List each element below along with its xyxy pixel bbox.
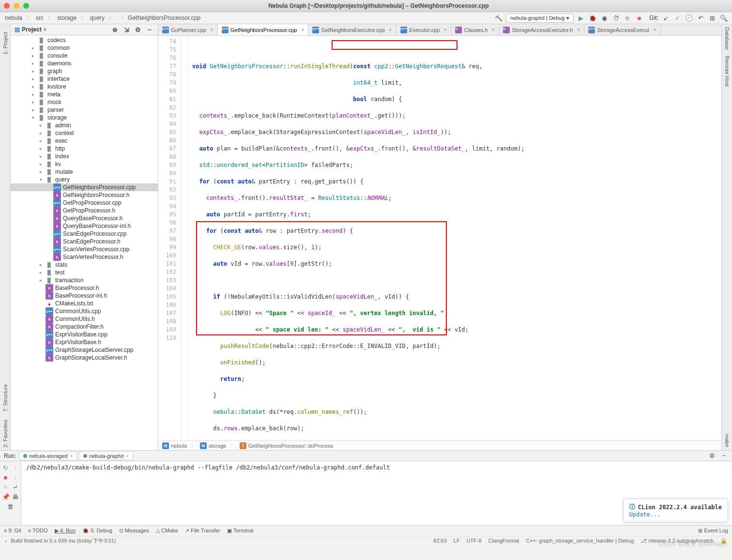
bottom-tab[interactable]: ▣ Terminal (227, 528, 253, 534)
tree-item[interactable]: ▸▉mock (11, 98, 158, 106)
code-breadcrumb[interactable]: Nnebula〉Nstorage〉fGetNeighborsProcessor:… (158, 440, 721, 450)
project-tree[interactable]: ▉codecs▸▉common▸▉console▸▉daemons▸▉graph… (11, 35, 158, 450)
tree-item[interactable]: ▸▉mutate (11, 168, 158, 176)
tree-item[interactable]: c++CommonUtils.cpp (11, 307, 158, 315)
coverage-icon[interactable]: ◉ (600, 14, 609, 22)
tree-item[interactable]: hGetNeighborsProcessor.h (11, 191, 158, 199)
close-tab-icon[interactable]: × (491, 27, 495, 33)
close-tab-icon[interactable]: × (301, 27, 304, 33)
tree-item[interactable]: ▸▉context (11, 129, 158, 137)
print-icon[interactable]: 🖶 (11, 492, 20, 501)
tree-item[interactable]: ▸▉parser (11, 106, 158, 114)
tree-item[interactable]: ▲CMakeLists.txt (11, 300, 158, 307)
rerun-icon[interactable]: ↻ (1, 463, 10, 472)
tree-item[interactable]: hGraphStorageLocalServer.h (11, 354, 158, 362)
tree-item[interactable]: c++GetPropProcessor.cpp (11, 199, 158, 207)
tree-item[interactable]: ▸▉console (11, 52, 158, 60)
tree-item[interactable]: ▸▉http (11, 145, 158, 152)
formatter[interactable]: ClangFormat (488, 538, 519, 544)
memory-indicator-icon[interactable]: 🔒 (720, 538, 727, 544)
close-tab-icon[interactable]: × (653, 27, 656, 33)
make-tool-tab[interactable]: make (723, 431, 731, 450)
close-tab-icon[interactable]: × (210, 27, 214, 33)
run-tab[interactable]: nebula-storaged × (19, 452, 77, 460)
up-icon[interactable]: ↑ (11, 463, 20, 472)
tree-item[interactable]: ▾▉query (11, 176, 158, 183)
hide-run-panel-icon[interactable]: − (719, 452, 728, 460)
tree-item[interactable]: hCommonUtils.h (11, 315, 158, 323)
tree-item[interactable]: c++GraphStorageLocalServer.cpp (11, 346, 158, 354)
tree-item[interactable]: c++ExprVisitorBase.cpp (11, 331, 158, 338)
gear-icon[interactable]: ⚙ (708, 452, 717, 460)
editor-tab[interactable]: c++GoPlanner.cpp× (158, 24, 218, 35)
trash-icon[interactable]: 🗑 (6, 502, 15, 511)
database-tool-tab[interactable]: Database (723, 24, 731, 53)
editor-tab[interactable]: c++GetNeighborsProcessor.cpp× (218, 24, 309, 35)
tree-item[interactable]: ▸▉kv (11, 160, 158, 168)
tree-item[interactable]: hBaseProcessor.h (11, 284, 158, 292)
tree-item[interactable]: ▉codecs (11, 36, 158, 44)
tree-item[interactable]: hScanEdgeProcessor.h (11, 238, 158, 245)
code-breadcrumb-item[interactable]: fGetNeighborsProcessor::doProcess (240, 442, 333, 449)
ide-settings-icon[interactable]: ⊞ (708, 14, 717, 22)
bottom-tab[interactable]: ↗ File Transfer (185, 528, 220, 534)
tree-item[interactable]: ▸▉common (11, 44, 158, 52)
debug-icon[interactable]: 🐞 (588, 14, 597, 22)
git-update-icon[interactable]: ↙ (661, 14, 670, 22)
run-icon[interactable]: ▶ (577, 14, 585, 22)
bottom-tab[interactable]: △ CMake (156, 528, 178, 534)
pause-icon[interactable]: ≡ (1, 483, 10, 491)
tree-item[interactable]: c++ScanEdgeProcessor.cpp (11, 230, 158, 238)
git-commit-icon[interactable]: ✓ (673, 14, 682, 22)
git-history-icon[interactable]: 🕘 (685, 14, 693, 22)
code-breadcrumb-item[interactable]: Nstorage (200, 442, 227, 449)
code-content[interactable]: void GetNeighborsProcessor::runInSingleT… (188, 36, 721, 440)
editor-tab[interactable]: c++Executor.cpp× (396, 24, 452, 35)
code-editor[interactable]: 7475767778798081828384858687888990919293… (158, 36, 721, 440)
tree-item[interactable]: ▸▉graph (11, 67, 158, 75)
tree-item[interactable]: hQueryBaseProcessor-inl.h (11, 222, 158, 230)
bottom-tab[interactable]: 🐞 5: Debug (82, 528, 112, 534)
maximize-window-icon[interactable] (23, 3, 29, 9)
breadcrumb-item[interactable]: nebula (4, 15, 23, 21)
pin-icon[interactable]: 📌 (1, 492, 10, 501)
editor-tab[interactable]: c++StorageAccessExecut× (584, 24, 661, 35)
breadcrumb-item[interactable]: src (35, 15, 45, 21)
tree-item[interactable]: ▸▉interface (11, 75, 158, 83)
run-output[interactable]: /db2/nebula3/cmake-build-debug/bin/nebul… (21, 461, 732, 525)
breadcrumb-item[interactable]: storage (56, 15, 77, 21)
fold-column[interactable] (182, 36, 188, 440)
tree-item[interactable]: ▸▉meta (11, 91, 158, 98)
close-tab-icon[interactable]: × (577, 27, 580, 33)
caret-position[interactable]: 62:63 (433, 538, 447, 544)
encoding[interactable]: UTF-8 (467, 538, 482, 544)
tree-item[interactable]: ▾▉storage (11, 114, 158, 121)
expand-all-icon[interactable]: ⇲ (122, 25, 131, 34)
stop-icon[interactable]: ■ (635, 14, 643, 22)
close-tab-icon[interactable]: × (389, 27, 392, 33)
run-tab[interactable]: nebula-graphd × (79, 452, 133, 460)
wrap-icon[interactable]: ⤶ (11, 483, 20, 491)
breadcrumb-item[interactable]: query (89, 15, 106, 21)
hide-panel-icon[interactable]: − (145, 25, 154, 34)
run-configuration-select[interactable]: nebula-graphd | Debug ▾ (506, 14, 574, 23)
error-stripe[interactable] (720, 36, 721, 440)
attach-icon[interactable]: ⎋ (623, 14, 632, 22)
tree-item[interactable]: ▸▉exec (11, 137, 158, 145)
bottom-tab[interactable]: ⊙ Messages (119, 528, 149, 534)
minimize-window-icon[interactable] (14, 3, 19, 9)
build-icon[interactable]: 🔨 (494, 14, 503, 22)
favorites-tool-tab[interactable]: 2: Favorites (1, 417, 9, 450)
code-breadcrumb-item[interactable]: Nnebula (162, 442, 187, 449)
structure-tool-tab[interactable]: 7: Structure (1, 381, 9, 415)
tree-item[interactable]: ▸▉stats (11, 261, 158, 269)
tree-item[interactable]: hScanVertexProcessor.h (11, 253, 158, 261)
tree-item[interactable]: hExprVisitorBase.h (11, 338, 158, 346)
git-revert-icon[interactable]: ↶ (696, 14, 705, 22)
remote-host-tool-tab[interactable]: Remote Host (723, 53, 731, 90)
gear-icon[interactable]: ⚙ (134, 25, 142, 34)
stop-run-icon[interactable]: ■ (1, 473, 10, 482)
tree-item[interactable]: ▸▉daemons (11, 60, 158, 67)
bottom-tab[interactable]: ▶ 4: Run (55, 528, 76, 534)
down-icon[interactable]: ↓ (11, 473, 20, 482)
